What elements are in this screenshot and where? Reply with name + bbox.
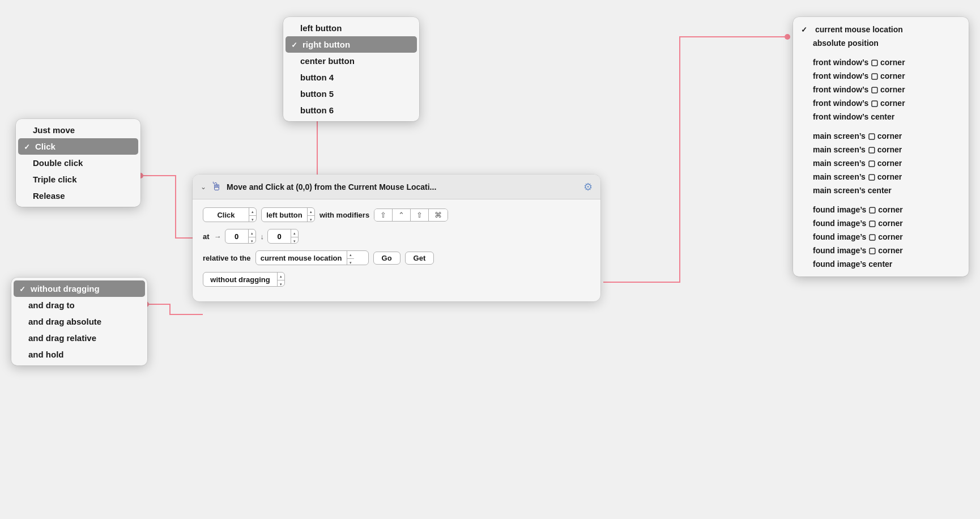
collapse-arrow[interactable]: ⌄ bbox=[201, 183, 206, 191]
drag-selector[interactable]: without dragging ▴ ▾ bbox=[203, 272, 285, 287]
go-button[interactable]: Go bbox=[373, 252, 400, 265]
button-menu-item[interactable]: button 6 bbox=[283, 102, 419, 118]
drag-menu-item[interactable]: and hold bbox=[11, 346, 147, 363]
main-panel: ⌄ 🖱 Move and Click at (0,0) from the Cur… bbox=[193, 175, 600, 301]
location-menu-item[interactable]: front window’s center bbox=[793, 110, 969, 124]
drag-menu[interactable]: ✓without draggingand drag toand drag abs… bbox=[11, 278, 147, 365]
arrow-down[interactable]: ▾ bbox=[308, 216, 314, 222]
x-arrow-icon: → bbox=[214, 232, 221, 241]
location-menu-item[interactable]: found image’s ▢ corner bbox=[793, 203, 969, 216]
action-menu-item[interactable]: ✓Click bbox=[18, 138, 138, 155]
click-type-selector[interactable]: Click ▴ ▾ bbox=[203, 207, 257, 222]
with-modifiers-label: with modifiers bbox=[319, 211, 369, 219]
modifier-group[interactable]: ⇧ ⌃ ⇧ ⌘ bbox=[374, 209, 448, 222]
loc-down[interactable]: ▾ bbox=[347, 259, 354, 265]
cursor-icon: 🖱 bbox=[211, 180, 222, 193]
location-selector[interactable]: current mouse location ▴ ▾ bbox=[255, 250, 369, 265]
y-arrow-icon: ↓ bbox=[261, 232, 265, 241]
drag-menu-item[interactable]: ✓without dragging bbox=[14, 280, 145, 297]
at-label: at bbox=[203, 232, 210, 241]
location-menu-item[interactable]: main screen’s ▢ corner bbox=[793, 170, 969, 184]
y-input[interactable]: 0 ▴ ▾ bbox=[267, 229, 299, 244]
location-menu-item[interactable]: absolute position bbox=[793, 36, 969, 50]
location-menu-item[interactable]: main screen’s ▢ corner bbox=[793, 143, 969, 156]
y-coord-group: ↓ 0 ▴ ▾ bbox=[261, 229, 299, 244]
location-menu-item[interactable]: found image’s ▢ corner bbox=[793, 216, 969, 230]
arrow-up[interactable]: ▴ bbox=[308, 208, 314, 216]
location-menu-item[interactable]: found image’s center bbox=[793, 257, 969, 271]
action-menu-item[interactable]: Just move bbox=[16, 122, 140, 138]
button-menu-item[interactable]: ✓right button bbox=[286, 36, 417, 53]
drag-menu-item[interactable]: and drag absolute bbox=[11, 313, 147, 330]
x-coord-group: → 0 ▴ ▾ bbox=[214, 229, 256, 244]
ctrl-modifier[interactable]: ⌃ bbox=[393, 209, 411, 221]
button-arrows[interactable]: ▴ ▾ bbox=[307, 208, 314, 222]
location-menu[interactable]: ✓current mouse locationabsolute position… bbox=[793, 17, 969, 276]
cmd-modifier[interactable]: ⌘ bbox=[429, 209, 448, 221]
action-menu-item[interactable]: Triple click bbox=[16, 171, 140, 188]
menu-spacer bbox=[793, 50, 969, 56]
svg-point-3 bbox=[785, 34, 790, 40]
button-menu-item[interactable]: center button bbox=[283, 53, 419, 69]
location-row: relative to the current mouse location ▴… bbox=[203, 250, 590, 265]
x-down[interactable]: ▾ bbox=[249, 237, 255, 244]
option-modifier[interactable]: ⇧ bbox=[411, 209, 429, 221]
drag-row: without dragging ▴ ▾ bbox=[203, 272, 590, 287]
click-type-arrows[interactable]: ▴ ▾ bbox=[249, 208, 256, 222]
panel-header: ⌄ 🖱 Move and Click at (0,0) from the Cur… bbox=[193, 175, 600, 199]
location-menu-item[interactable]: found image’s ▢ corner bbox=[793, 244, 969, 257]
location-menu-item[interactable]: front window’s ▢ corner bbox=[793, 96, 969, 110]
y-value: 0 bbox=[268, 232, 291, 241]
panel-title: Move and Click at (0,0) from the Current… bbox=[227, 182, 579, 192]
location-value: current mouse location bbox=[256, 254, 347, 262]
location-menu-item[interactable]: front window’s ▢ corner bbox=[793, 56, 969, 69]
location-menu-item[interactable]: main screen’s ▢ corner bbox=[793, 129, 969, 143]
button-menu-item[interactable]: left button bbox=[283, 20, 419, 36]
button-menu-item[interactable]: button 4 bbox=[283, 69, 419, 86]
location-menu-item[interactable]: ✓current mouse location bbox=[795, 23, 966, 36]
x-value: 0 bbox=[225, 232, 248, 241]
menu-spacer bbox=[793, 197, 969, 203]
menu-spacer bbox=[793, 124, 969, 129]
drag-down[interactable]: ▾ bbox=[278, 280, 284, 287]
button-value: left button bbox=[262, 211, 307, 219]
x-arrows[interactable]: ▴ ▾ bbox=[248, 229, 255, 243]
shift-modifier[interactable]: ⇧ bbox=[374, 209, 393, 221]
drag-menu-item[interactable]: and drag to bbox=[11, 297, 147, 313]
location-menu-item[interactable]: main screen’s center bbox=[793, 184, 969, 197]
y-arrows[interactable]: ▴ ▾ bbox=[291, 229, 298, 243]
arrow-down[interactable]: ▾ bbox=[249, 216, 256, 222]
button-selector[interactable]: left button ▴ ▾ bbox=[261, 207, 315, 222]
y-up[interactable]: ▴ bbox=[291, 229, 298, 237]
drag-up[interactable]: ▴ bbox=[278, 273, 284, 280]
coordinates-row: at → 0 ▴ ▾ ↓ 0 ▴ ▾ bbox=[203, 229, 590, 244]
location-menu-item[interactable]: front window’s ▢ corner bbox=[793, 69, 969, 83]
location-menu-item[interactable]: found image’s ▢ corner bbox=[793, 230, 969, 244]
action-menu[interactable]: Just move✓ClickDouble clickTriple clickR… bbox=[16, 119, 140, 207]
location-menu-item[interactable]: front window’s ▢ corner bbox=[793, 83, 969, 96]
location-arrows[interactable]: ▴ ▾ bbox=[347, 251, 354, 265]
arrow-up[interactable]: ▴ bbox=[249, 208, 256, 216]
action-menu-item[interactable]: Double click bbox=[16, 155, 140, 171]
action-row: Click ▴ ▾ left button ▴ ▾ with modifiers… bbox=[203, 207, 590, 222]
drag-arrows[interactable]: ▴ ▾ bbox=[277, 273, 284, 286]
location-menu-item[interactable]: main screen’s ▢ corner bbox=[793, 156, 969, 170]
button-menu[interactable]: left button✓right buttoncenter buttonbut… bbox=[283, 17, 419, 121]
y-down[interactable]: ▾ bbox=[291, 237, 298, 244]
get-button[interactable]: Get bbox=[405, 252, 434, 265]
x-input[interactable]: 0 ▴ ▾ bbox=[225, 229, 256, 244]
x-up[interactable]: ▴ bbox=[249, 229, 255, 237]
click-type-value: Click bbox=[203, 211, 249, 219]
drag-value: without dragging bbox=[203, 275, 277, 284]
action-menu-item[interactable]: Release bbox=[16, 188, 140, 204]
relative-to-label: relative to the bbox=[203, 254, 251, 262]
gear-icon[interactable]: ⚙ bbox=[583, 181, 593, 193]
drag-menu-item[interactable]: and drag relative bbox=[11, 330, 147, 346]
button-menu-item[interactable]: button 5 bbox=[283, 86, 419, 102]
loc-up[interactable]: ▴ bbox=[347, 251, 354, 259]
